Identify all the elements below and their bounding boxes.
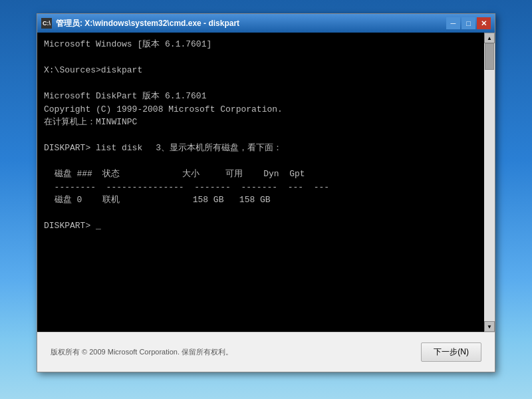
scrollbar[interactable]: ▲ ▼ [484, 33, 495, 332]
cmd-line-diskpart-ver: Microsoft DiskPart 版本 6.1.7601 [44, 90, 477, 103]
cmd-line-1: Microsoft Windows [版本 6.1.7601] [44, 38, 477, 51]
close-button[interactable]: ✕ [477, 17, 491, 29]
cmd-col-headers: 磁盘 ### 状态 大小 可用 Dyn Gpt [44, 168, 477, 181]
cmd-line-blank-1 [44, 51, 477, 65]
cmd-line-computer: 在计算机上：MINWINPC [44, 116, 477, 129]
title-bar: C:\ 管理员: X:\windows\system32\cmd.exe - d… [37, 14, 495, 33]
cmd-line-copyright: Copyright (C) 1999-2008 Microsoft Corpor… [44, 103, 477, 116]
scroll-up-button[interactable]: ▲ [484, 33, 495, 43]
cmd-annotation: 3、显示本机所有磁盘，看下面： [156, 142, 282, 155]
window-body: Microsoft Windows [版本 6.1.7601] X:\Sourc… [37, 33, 495, 332]
next-button[interactable]: 下一步(N) [421, 342, 481, 362]
desktop: C:\ 管理员: X:\windows\system32\cmd.exe - d… [0, 0, 532, 399]
window-title: 管理员: X:\windows\system32\cmd.exe - diskp… [56, 18, 446, 29]
cmd-blank-4 [44, 155, 477, 168]
cmd-list-disk-prompt: DISKPART> list disk [44, 142, 142, 155]
cmd-area[interactable]: Microsoft Windows [版本 6.1.7601] X:\Sourc… [37, 33, 484, 332]
cmd-line-blank-3 [44, 129, 477, 142]
cmd-col-divider: -------- --------------- ------- -------… [44, 181, 477, 194]
scrollbar-thumb[interactable] [485, 43, 494, 70]
footer-copyright: 版权所有 © 2009 Microsoft Corporation. 保留所有权… [51, 347, 233, 357]
window-icon: C:\ [41, 18, 52, 29]
cmd-window: C:\ 管理员: X:\windows\system32\cmd.exe - d… [37, 13, 495, 372]
minimize-button[interactable]: ─ [446, 17, 460, 29]
cmd-line-prompt: X:\Sources>diskpart [44, 64, 477, 77]
cmd-prompt-end: DISKPART> _ [44, 219, 477, 233]
maximize-button[interactable]: □ [462, 17, 475, 29]
cmd-blank-5 [44, 207, 477, 220]
window-controls: ─ □ ✕ [446, 17, 491, 29]
cmd-line-blank-2 [44, 77, 477, 90]
list-disk-line: DISKPART> list disk 3、显示本机所有磁盘，看下面： [44, 142, 477, 155]
scroll-down-button[interactable]: ▼ [484, 321, 495, 332]
scrollbar-track[interactable] [484, 43, 495, 321]
footer-bar: 版权所有 © 2009 Microsoft Corporation. 保留所有权… [37, 332, 495, 372]
cmd-disk-row: 磁盘 0 联机 158 GB 158 GB [44, 194, 477, 207]
